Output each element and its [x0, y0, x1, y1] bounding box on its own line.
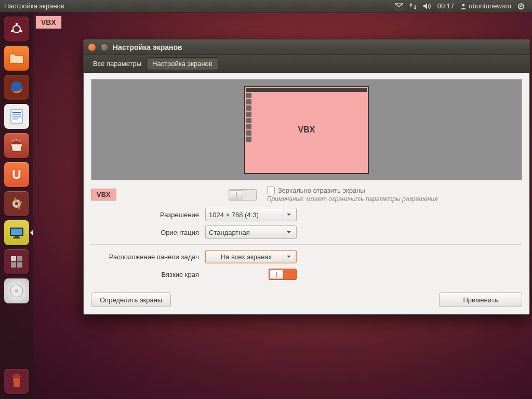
resolution-select[interactable]: 532 × 399 (4:3) [205, 208, 297, 221]
launcher-disc[interactable] [3, 277, 30, 304]
selected-display-chip: VBX [91, 189, 116, 201]
sound-icon[interactable] [423, 3, 431, 10]
svg-point-27 [15, 289, 18, 292]
svg-rect-24 [11, 262, 16, 268]
svg-rect-23 [17, 256, 22, 261]
launcher-placement-label: Расположение панели задач [91, 253, 205, 261]
svg-rect-28 [12, 376, 21, 377]
svg-rect-21 [13, 237, 20, 238]
menubar-title: Настройка экранов [4, 2, 64, 10]
launcher-placement-select[interactable]: На всех экранах [205, 250, 297, 263]
svg-rect-10 [12, 114, 21, 115]
orientation-value: Стандартная [209, 229, 250, 236]
svg-point-15 [19, 140, 20, 141]
svg-rect-22 [11, 256, 16, 261]
launcher-ubuntu-one[interactable]: U [3, 161, 30, 188]
username: ubuntunewsru [469, 2, 511, 10]
preview-top-panel [246, 88, 367, 92]
desktop-monitor-badge: VBX [35, 16, 62, 29]
user-menu[interactable]: ubuntunewsru [460, 2, 511, 10]
svg-rect-20 [15, 236, 19, 237]
launcher-trash[interactable] [3, 368, 30, 395]
launcher-workspaces[interactable] [3, 248, 30, 275]
svg-rect-29 [15, 374, 19, 376]
launcher-software-center[interactable] [3, 132, 30, 159]
launcher-writer[interactable] [3, 103, 30, 130]
apply-button[interactable]: Применить [439, 292, 522, 307]
mirror-label: Зеркально отразить экраны [278, 187, 365, 194]
top-menubar: Настройка экранов 00:17 ubuntunewsru [0, 0, 532, 12]
svg-point-3 [13, 25, 20, 33]
window-titlebar[interactable]: Настройка экранов [84, 39, 529, 55]
svg-rect-9 [12, 112, 21, 113]
display-arrangement-preview[interactable]: VBX [91, 79, 522, 180]
launcher-displays[interactable] [3, 219, 30, 246]
svg-point-17 [15, 202, 18, 205]
clock[interactable]: 00:17 [437, 2, 455, 10]
svg-point-14 [16, 139, 17, 140]
orientation-label: Ориентация [91, 229, 205, 236]
svg-point-1 [462, 4, 465, 6]
mail-icon[interactable] [395, 3, 403, 9]
resolution-value: 532 × 399 (4:3) [209, 211, 259, 219]
displays-settings-window: Настройка экранов Все параметры Настройк… [83, 39, 530, 315]
preview-launcher [246, 93, 251, 172]
breadcrumb: Все параметры Настройка экранов [84, 55, 529, 73]
svg-rect-19 [11, 229, 22, 235]
close-icon[interactable] [88, 43, 96, 51]
unity-launcher: U [0, 12, 33, 399]
preview-screen-label: VBX [298, 125, 315, 135]
resolution-label: Разрешение [91, 211, 205, 219]
chevron-down-icon [284, 208, 293, 221]
svg-point-4 [16, 23, 18, 25]
breadcrumb-current[interactable]: Настройка экранов [147, 57, 218, 70]
launcher-files[interactable] [3, 45, 30, 72]
orientation-select[interactable]: Стандартная [205, 225, 297, 239]
sticky-edges-label: Вязкие края [91, 271, 205, 278]
svg-rect-11 [12, 116, 21, 117]
svg-point-6 [20, 30, 22, 32]
display-enabled-switch[interactable]: | [229, 189, 257, 201]
breadcrumb-all[interactable]: Все параметры [88, 58, 147, 70]
detect-displays-button[interactable]: Определить экраны [91, 292, 171, 307]
mirror-note: Примечание: может ограничить параметры р… [267, 195, 522, 203]
window-title: Настройка экранов [113, 43, 182, 51]
svg-point-5 [11, 30, 13, 32]
preview-screen[interactable]: VBX [244, 86, 369, 174]
mirror-checkbox[interactable] [267, 187, 275, 194]
launcher-firefox[interactable] [3, 74, 30, 101]
svg-point-13 [12, 140, 14, 141]
launcher-settings[interactable] [3, 190, 30, 217]
svg-rect-25 [17, 262, 22, 268]
power-icon[interactable] [517, 3, 525, 10]
minimize-icon[interactable] [100, 43, 109, 51]
launcher-placement-value: На всех экранах [209, 253, 284, 261]
sticky-edges-switch[interactable]: | [269, 269, 297, 280]
divider [91, 244, 522, 245]
chevron-down-icon [284, 226, 293, 238]
launcher-dash[interactable] [3, 16, 30, 43]
network-icon[interactable] [409, 3, 417, 10]
svg-rect-12 [12, 118, 18, 119]
chevron-down-icon [284, 250, 293, 263]
